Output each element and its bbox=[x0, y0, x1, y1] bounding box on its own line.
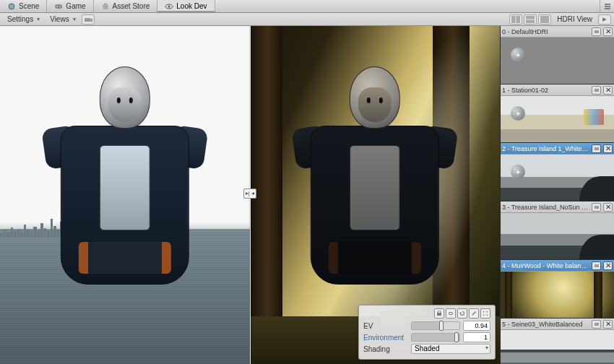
hdri-item[interactable]: 5 - Seine03_WhiteBalanced✕ bbox=[501, 318, 614, 364]
overlay-link-icon[interactable] bbox=[446, 308, 456, 318]
settings-label: Settings bbox=[7, 15, 33, 23]
svg-rect-6 bbox=[85, 18, 90, 22]
water-bg bbox=[0, 229, 250, 364]
hdri-item-title: 3 - Treasure Island_NoSun - WhiteBalance… bbox=[502, 204, 589, 211]
svg-rect-11 bbox=[540, 16, 549, 23]
hdri-preview-sphere-icon: ✦ bbox=[511, 48, 525, 62]
hdri-options-icon[interactable] bbox=[592, 144, 601, 153]
hdri-thumbnail[interactable] bbox=[501, 213, 614, 259]
hdri-remove-icon[interactable]: ✕ bbox=[603, 261, 613, 270]
scene-icon bbox=[7, 2, 16, 11]
window-tabs: Scene Game Asset Store Look Dev bbox=[0, 0, 614, 13]
hdri-remove-icon[interactable]: ✕ bbox=[603, 86, 613, 95]
hdri-options-icon[interactable] bbox=[592, 320, 601, 329]
hdri-item-header[interactable]: 1 - Station01-02✕ bbox=[501, 84, 614, 96]
hdri-view-label: HDRI View bbox=[553, 15, 597, 23]
tab-asset-store[interactable]: Asset Store bbox=[94, 0, 158, 12]
ev-value-field[interactable]: 0.94 bbox=[463, 321, 490, 331]
shading-value: Shaded bbox=[415, 344, 439, 352]
viewport[interactable]: EV 0.94 Environment 1 Shad bbox=[0, 26, 500, 364]
hdri-remove-icon[interactable]: ✕ bbox=[603, 27, 613, 36]
tab-look-dev[interactable]: Look Dev bbox=[157, 0, 215, 12]
overlay-expand-icon[interactable] bbox=[480, 308, 490, 318]
hdri-item-title: 4 - MuirWood - White balanced bbox=[502, 262, 589, 269]
hdri-item-header[interactable]: 0 - DefaultHDRI✕ bbox=[501, 26, 614, 38]
tab-scene-label: Scene bbox=[19, 2, 39, 10]
svg-rect-7 bbox=[511, 16, 516, 23]
overlay-edit-icon[interactable] bbox=[469, 308, 479, 318]
tab-game-label: Game bbox=[66, 2, 85, 10]
hdri-remove-icon[interactable]: ✕ bbox=[603, 144, 613, 153]
hdri-thumbnail[interactable]: ✦ bbox=[501, 155, 614, 201]
hdri-item-header[interactable]: 2 - Treasure Island 1_White balanced✕ bbox=[501, 143, 614, 155]
svg-point-2 bbox=[56, 6, 58, 7]
hdri-options-icon[interactable] bbox=[592, 86, 601, 95]
body: EV 0.94 Environment 1 Shad bbox=[0, 26, 614, 364]
svg-point-3 bbox=[59, 6, 61, 7]
tab-game[interactable]: Game bbox=[47, 0, 93, 12]
overlay-lock-icon[interactable] bbox=[434, 308, 444, 318]
environment-label[interactable]: Environment bbox=[363, 334, 408, 342]
hdri-remove-icon[interactable]: ✕ bbox=[603, 203, 613, 212]
split-mode-button[interactable] bbox=[509, 14, 522, 25]
lookdev-toolbar: Settings Views HDRI View bbox=[0, 13, 614, 26]
shading-dropdown[interactable]: Shaded bbox=[411, 344, 490, 354]
views-label: Views bbox=[50, 15, 69, 23]
hdri-item-header[interactable]: 3 - Treasure Island_NoSun - WhiteBalance… bbox=[501, 202, 614, 213]
hdri-item[interactable]: 1 - Station01-02✕✦ bbox=[501, 84, 614, 143]
svg-rect-1 bbox=[55, 4, 62, 9]
lookdev-icon bbox=[165, 2, 173, 11]
hdri-item[interactable]: 3 - Treasure Island_NoSun - WhiteBalance… bbox=[501, 202, 614, 260]
hdri-thumbnail[interactable] bbox=[501, 330, 614, 364]
hdri-item[interactable]: 2 - Treasure Island 1_White balanced✕✦ bbox=[501, 143, 614, 202]
hdri-item[interactable]: 4 - MuirWood - White balanced✕ bbox=[501, 260, 614, 318]
split-handle[interactable]: ▸| ◂ bbox=[243, 188, 256, 199]
svg-point-5 bbox=[168, 5, 170, 7]
game-icon bbox=[54, 2, 63, 11]
hdri-preview-sphere-icon: ✦ bbox=[511, 165, 525, 179]
svg-point-0 bbox=[9, 4, 14, 9]
tab-lookdev-label: Look Dev bbox=[176, 2, 207, 10]
views-dropdown[interactable]: Views bbox=[46, 15, 80, 23]
hdri-panel: 0 - DefaultHDRI✕✦1 - Station01-02✕✦2 - T… bbox=[500, 26, 614, 364]
single-view-button[interactable] bbox=[538, 14, 551, 25]
svg-rect-8 bbox=[516, 16, 521, 23]
tab-scene[interactable]: Scene bbox=[0, 0, 47, 12]
hdri-options-icon[interactable] bbox=[592, 203, 601, 212]
camera-sync-button[interactable] bbox=[82, 14, 95, 25]
window-menu-button[interactable] bbox=[600, 0, 614, 12]
overlay-reset-icon[interactable] bbox=[457, 308, 467, 318]
asset-store-icon bbox=[101, 2, 110, 11]
environment-value-field[interactable]: 1 bbox=[463, 332, 490, 342]
hdri-panel-toggle[interactable] bbox=[598, 14, 611, 25]
hdri-thumbnail[interactable] bbox=[501, 272, 614, 318]
environment-slider[interactable] bbox=[411, 333, 460, 342]
skyline-bg bbox=[0, 205, 250, 238]
hdri-item-title: 5 - Seine03_WhiteBalanced bbox=[502, 321, 589, 328]
settings-dropdown[interactable]: Settings bbox=[3, 15, 44, 23]
shading-label: Shading bbox=[363, 345, 408, 353]
hdri-item-title: 2 - Treasure Island 1_White balanced bbox=[502, 145, 589, 152]
hdri-item-header[interactable]: 5 - Seine03_WhiteBalanced✕ bbox=[501, 318, 614, 330]
hdri-thumbnail[interactable]: ✦ bbox=[501, 96, 614, 142]
exposure-overlay-panel: EV 0.94 Environment 1 Shad bbox=[358, 305, 496, 360]
side-by-side-button[interactable] bbox=[524, 14, 537, 25]
hdri-item-title: 1 - Station01-02 bbox=[502, 87, 589, 94]
svg-rect-10 bbox=[526, 20, 535, 23]
viewport-pane-left[interactable] bbox=[0, 26, 250, 364]
hdri-preview-sphere-icon: ✦ bbox=[511, 106, 525, 121]
svg-rect-9 bbox=[526, 16, 535, 20]
ev-slider[interactable] bbox=[411, 321, 460, 330]
hdri-item-header[interactable]: 4 - MuirWood - White balanced✕ bbox=[501, 260, 614, 272]
hdri-options-icon[interactable] bbox=[592, 261, 601, 270]
app-root: Scene Game Asset Store Look Dev Settings bbox=[0, 0, 614, 364]
svg-rect-12 bbox=[437, 313, 441, 316]
hdri-remove-icon[interactable]: ✕ bbox=[603, 320, 613, 329]
hdri-thumbnail[interactable]: ✦ bbox=[501, 38, 614, 84]
tab-asset-label: Asset Store bbox=[113, 2, 150, 10]
ev-label: EV bbox=[363, 322, 408, 330]
hdri-options-icon[interactable] bbox=[592, 27, 601, 36]
viewport-pane-right[interactable]: EV 0.94 Environment 1 Shad bbox=[250, 26, 500, 364]
hdri-item[interactable]: 0 - DefaultHDRI✕✦ bbox=[501, 26, 614, 84]
hdri-item-title: 0 - DefaultHDRI bbox=[502, 28, 589, 35]
